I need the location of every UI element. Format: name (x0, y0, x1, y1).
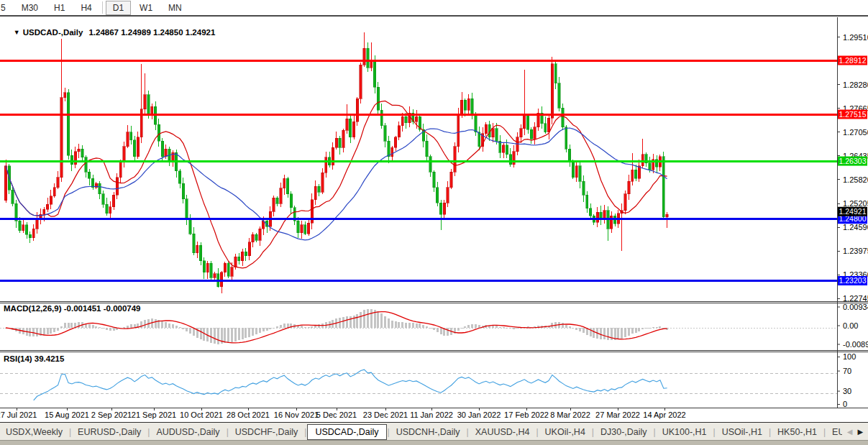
chart-tab-usdxweekly[interactable]: USDX,Weekly (0, 425, 68, 439)
svg-text:27 Jul 2021: 27 Jul 2021 (0, 410, 37, 419)
svg-text:27 Mar 2022: 27 Mar 2022 (595, 410, 640, 419)
tab-scroll-right-icon[interactable]: ▶ (857, 428, 863, 436)
svg-text:23 Dec 2021: 23 Dec 2021 (363, 410, 408, 419)
chart-tab-audusddaily[interactable]: AUDUSD-,Daily (150, 425, 225, 439)
svg-text:1.22745: 1.22745 (843, 294, 868, 303)
chart-tab-usdcaddaily[interactable]: USDCAD-,Daily (307, 424, 386, 440)
svg-text:11 Jan 2022: 11 Jan 2022 (410, 410, 453, 419)
status-strip (0, 440, 868, 445)
svg-text:17 Feb 2022: 17 Feb 2022 (504, 410, 549, 419)
symbol-dropdown-icon[interactable]: ▼ (14, 29, 20, 36)
svg-text:-0.008902: -0.008902 (843, 340, 868, 349)
ohlc-open: 1.24867 (88, 28, 119, 37)
chart-tab-dj30daily[interactable]: DJ30-,Daily (595, 425, 653, 439)
svg-text:1.25820: 1.25820 (843, 175, 868, 184)
symbol-tab-bar: USDX,Weekly|EURUSD-,Daily|AUDUSD-,Daily|… (0, 422, 868, 441)
svg-text:5 Dec 2021: 5 Dec 2021 (316, 410, 357, 419)
svg-text:2 Sep 2021: 2 Sep 2021 (91, 410, 132, 419)
svg-text:10 Oct 2021: 10 Oct 2021 (180, 410, 223, 419)
trading-terminal-window: 5M30H1H4D1W1MN 0.0093450.00-0.0089021007… (0, 0, 868, 445)
ohlc-low: 1.24850 (153, 28, 183, 37)
svg-text:21 Sep 2021: 21 Sep 2021 (132, 410, 176, 419)
svg-text:1.29510: 1.29510 (843, 33, 868, 42)
svg-text:1.24590: 1.24590 (843, 223, 868, 231)
macd-indicator-label: MACD(12,26,9) -0.001451 -0.000749 (4, 304, 141, 313)
timeframe-button-mn[interactable]: MN (161, 1, 189, 15)
svg-text:1.28912: 1.28912 (839, 56, 867, 65)
svg-text:0: 0 (843, 400, 847, 408)
svg-text:16 Nov 2021: 16 Nov 2021 (274, 410, 319, 419)
chart-tab-hk50h1[interactable]: HK50-,H1 (772, 425, 823, 439)
timeframe-toolbar: 5M30H1H4D1W1MN (0, 0, 868, 17)
timeframe-button-w1[interactable]: W1 (132, 1, 160, 15)
svg-text:1.28280: 1.28280 (843, 81, 868, 89)
svg-text:0.009345: 0.009345 (843, 303, 868, 311)
svg-text:1.26303: 1.26303 (839, 157, 867, 165)
chart-tab-ukoilh4[interactable]: UKOil-,H4 (539, 425, 591, 439)
svg-text:1.27050: 1.27050 (843, 128, 868, 137)
timeframe-button-5[interactable]: 5 (0, 1, 13, 15)
svg-text:15 Aug 2021: 15 Aug 2021 (45, 410, 89, 419)
chart-tab-usoilh1[interactable]: USOil-,H1 (716, 425, 768, 439)
chart-area[interactable]: 0.0093450.00-0.008902100703001.295101.28… (0, 17, 868, 422)
svg-text:1.23975: 1.23975 (843, 247, 868, 255)
chart-tab-uk100h1[interactable]: UK100-,H1 (657, 425, 713, 439)
timeframe-button-h1[interactable]: H1 (47, 1, 72, 15)
svg-text:30: 30 (843, 387, 851, 395)
tab-scroll-left-icon[interactable]: ◀ (847, 428, 853, 436)
toolbar-divider (102, 1, 103, 14)
svg-text:8 Mar 2022: 8 Mar 2022 (550, 410, 590, 419)
svg-text:1.24921: 1.24921 (839, 207, 867, 216)
timeframe-button-h4[interactable]: H4 (73, 1, 99, 15)
svg-text:100: 100 (843, 352, 856, 361)
timeframe-button-d1[interactable]: D1 (106, 1, 131, 15)
tab-scroll-arrows: ◀ ▶ (842, 422, 868, 441)
svg-text:70: 70 (843, 367, 851, 375)
chart-tab-usdcnhdaily[interactable]: USDCNH-,Daily (390, 425, 466, 439)
svg-text:14 Apr 2022: 14 Apr 2022 (643, 410, 685, 419)
svg-text:28 Oct 2021: 28 Oct 2021 (227, 410, 270, 419)
timeframe-button-m30[interactable]: M30 (14, 1, 45, 15)
chart-tab-usdchfdaily[interactable]: USDCHF-,Daily (229, 425, 304, 439)
svg-text:1.23203: 1.23203 (839, 276, 867, 285)
svg-text:1.27515: 1.27515 (839, 110, 867, 119)
svg-text:0.00: 0.00 (843, 321, 858, 330)
chart-tab-eurusddaily[interactable]: EURUSD-,Daily (72, 425, 147, 439)
chart-symbol-label: USDCAD-,Daily (23, 28, 83, 37)
svg-text:30 Jan 2022: 30 Jan 2022 (457, 410, 501, 419)
chart-title: ▼USDCAD-,Daily1.24867 1.24989 1.24850 1.… (4, 19, 215, 45)
rsi-indicator-label: RSI(14) 39.4215 (4, 354, 64, 363)
chart-tab-xauusdh4[interactable]: XAUUSD-,H4 (470, 425, 536, 439)
ohlc-close: 1.24921 (186, 28, 216, 37)
ohlc-high: 1.24989 (121, 28, 151, 37)
